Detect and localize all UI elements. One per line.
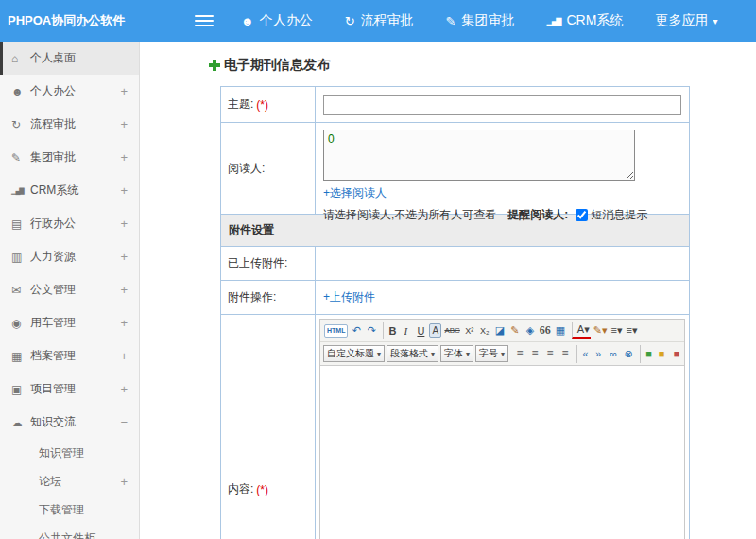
image-icon[interactable]: ■ bbox=[640, 345, 653, 363]
hamburger-icon[interactable] bbox=[195, 12, 214, 29]
sidebar-item-admin-office[interactable]: ▤ 行政办公 + bbox=[0, 207, 139, 240]
sidebar-item-forum[interactable]: 论坛 + bbox=[0, 467, 139, 496]
align-left-icon[interactable]: ≡ bbox=[513, 345, 526, 363]
font-family-select[interactable]: 字体 ▾ bbox=[440, 345, 473, 362]
sidebar-item-archive-management[interactable]: ▦ 档案管理 + bbox=[0, 339, 139, 373]
expand-toggle-icon: + bbox=[120, 349, 128, 363]
uploaded-attachments-label: 已上传附件: bbox=[221, 247, 316, 280]
nav-workflow-approval[interactable]: ↻ 流程审批 bbox=[329, 0, 430, 42]
envelope-icon: ✉ bbox=[11, 284, 30, 297]
attachment-operation-row: 附件操作: +上传附件 bbox=[221, 281, 689, 315]
choose-readers-link[interactable]: +选择阅读人 bbox=[323, 186, 387, 200]
link-icon[interactable]: ∞ bbox=[607, 345, 620, 363]
indent-icon[interactable]: » bbox=[592, 345, 605, 363]
required-mark: (*) bbox=[256, 98, 268, 112]
sidebar-item-personal-office[interactable]: ☻ 个人办公 + bbox=[0, 75, 139, 108]
bar-chart-icon: ▁▄▇ bbox=[547, 17, 561, 26]
expand-toggle-icon: + bbox=[120, 84, 128, 98]
uploaded-attachments-value bbox=[316, 247, 689, 280]
strikethrough-icon[interactable]: ABC bbox=[443, 322, 460, 339]
media-icon[interactable]: ■ bbox=[655, 345, 668, 363]
unordered-list-icon[interactable]: ≡▾ bbox=[625, 322, 638, 339]
sidebar-item-crm-system[interactable]: ▁▄▇ CRM系统 + bbox=[0, 174, 139, 207]
expand-toggle-icon: − bbox=[120, 415, 128, 429]
align-right-icon[interactable]: ≡ bbox=[543, 345, 557, 363]
bold-icon[interactable]: B bbox=[383, 322, 397, 339]
sidebar-item-workflow-approval[interactable]: ↻ 流程审批 + bbox=[0, 108, 139, 141]
html-source-icon[interactable]: HTML bbox=[324, 324, 348, 338]
sidebar-item-vehicle-management[interactable]: ◉ 用车管理 + bbox=[0, 306, 139, 339]
format-painter-icon[interactable]: ✎ bbox=[508, 322, 522, 339]
nav-personal-office[interactable]: ☻ 个人办公 bbox=[225, 0, 329, 42]
paragraph-format-select[interactable]: 段落格式 ▾ bbox=[387, 345, 438, 362]
readers-label: 阅读人: bbox=[221, 123, 316, 214]
subject-input[interactable] bbox=[323, 95, 681, 115]
redo-icon[interactable]: ↷ bbox=[365, 322, 378, 339]
underline-icon[interactable]: U bbox=[414, 322, 427, 339]
readers-row: 阅读人: 0 +选择阅读人 请选择阅读人,不选为所有人可查看 提醒阅读人: 短消… bbox=[221, 123, 689, 215]
remind-readers-label: 提醒阅读人: bbox=[507, 207, 568, 223]
app-logo[interactable]: PHPOA协同办公软件 bbox=[0, 12, 140, 29]
approval-edit-icon: ✎ bbox=[446, 14, 456, 28]
expand-toggle-icon: + bbox=[120, 183, 128, 198]
expand-toggle-icon: + bbox=[120, 150, 128, 165]
person-icon: ☻ bbox=[241, 14, 254, 28]
flash-icon[interactable]: ■ bbox=[670, 345, 683, 363]
sidebar-item-document-management[interactable]: ✉ 公文管理 + bbox=[0, 273, 139, 306]
superscript-icon[interactable]: X² bbox=[463, 322, 476, 339]
sidebar-item-knowledge-exchange[interactable]: ☁ 知识交流 − bbox=[0, 406, 139, 439]
upload-attachment-link[interactable]: +上传附件 bbox=[323, 289, 375, 305]
chevron-down-icon: ▾ bbox=[377, 350, 381, 358]
chat-bubble-icon: ☁ bbox=[11, 416, 30, 429]
quick-format-icon[interactable]: ◈ bbox=[524, 322, 537, 339]
align-justify-icon[interactable]: ≡ bbox=[558, 345, 572, 363]
sidebar: ⌂ 个人桌面 ☻ 个人办公 + ↻ 流程审批 + ✎ 集团审批 + ▁▄▇ CR… bbox=[0, 42, 140, 539]
ordered-list-icon[interactable]: ≡▾ bbox=[610, 322, 623, 339]
font-size-select[interactable]: 字号 ▾ bbox=[475, 345, 508, 362]
chevron-down-icon: ▾ bbox=[466, 350, 470, 358]
expand-toggle-icon: + bbox=[120, 117, 128, 131]
blockquote-icon[interactable]: 66 bbox=[539, 322, 552, 339]
sms-remind-label: 短消息提示 bbox=[591, 207, 647, 223]
font-box-icon[interactable]: A bbox=[429, 323, 441, 338]
heading-style-select[interactable]: 自定义标题 ▾ bbox=[323, 345, 385, 362]
table-icon[interactable]: ▦ bbox=[554, 322, 567, 339]
required-mark: (*) bbox=[256, 483, 268, 496]
readers-hint: 请选择阅读人,不选为所有人可查看 bbox=[323, 207, 496, 223]
outdent-icon[interactable]: « bbox=[576, 345, 590, 363]
align-center-icon[interactable]: ≡ bbox=[528, 345, 541, 363]
sidebar-item-group-approval[interactable]: ✎ 集团审批 + bbox=[0, 141, 139, 174]
main-content: 电子期刊信息发布 主题: (*) 阅读人: 0 +选择阅读人 请选择阅读人,不 bbox=[141, 42, 756, 539]
editor-toolbar-row1: HTML ↶ ↷ B I U A bbox=[320, 320, 684, 342]
sidebar-item-personal-desktop[interactable]: ⌂ 个人桌面 bbox=[0, 42, 139, 75]
readers-textarea[interactable]: 0 bbox=[323, 130, 635, 181]
clipboard-icon: ▣ bbox=[11, 383, 30, 396]
subject-label: 主题: (*) bbox=[221, 87, 316, 122]
highlight-color-icon[interactable]: ✎▾ bbox=[593, 322, 609, 339]
subscript-icon[interactable]: X₂ bbox=[478, 322, 491, 339]
person-icon: ☻ bbox=[11, 85, 30, 98]
sms-remind-checkbox[interactable] bbox=[576, 209, 588, 221]
unlink-icon[interactable]: ⊗ bbox=[622, 345, 635, 363]
remove-format-icon[interactable]: ◪ bbox=[493, 322, 507, 339]
expand-toggle-icon: + bbox=[120, 382, 128, 396]
add-icon bbox=[209, 60, 220, 71]
font-color-icon[interactable]: A▾ bbox=[572, 322, 591, 339]
editor-content-area[interactable] bbox=[320, 365, 684, 539]
nav-more-apps[interactable]: 更多应用 ▾ bbox=[639, 0, 733, 42]
sidebar-item-public-file-cabinet[interactable]: 公共文件柜 bbox=[0, 524, 139, 539]
sidebar-item-download-management[interactable]: 下载管理 bbox=[0, 496, 139, 524]
desktop-icon: ⌂ bbox=[11, 52, 30, 65]
bar-chart-icon: ▁▄▇ bbox=[11, 187, 30, 195]
expand-toggle-icon: + bbox=[120, 475, 128, 489]
workflow-icon: ↻ bbox=[345, 14, 355, 28]
sidebar-item-human-resources[interactable]: ▥ 人力资源 + bbox=[0, 240, 139, 273]
sidebar-item-knowledge-management[interactable]: 知识管理 bbox=[0, 439, 139, 467]
expand-toggle-icon: + bbox=[120, 316, 128, 330]
expand-toggle-icon: + bbox=[120, 217, 128, 231]
italic-icon[interactable]: I bbox=[399, 322, 412, 339]
sidebar-item-project-management[interactable]: ▣ 项目管理 + bbox=[0, 373, 139, 406]
nav-crm-system[interactable]: ▁▄▇ CRM系统 bbox=[531, 0, 640, 42]
nav-group-approval[interactable]: ✎ 集团审批 bbox=[430, 0, 531, 42]
undo-icon[interactable]: ↶ bbox=[350, 322, 363, 339]
